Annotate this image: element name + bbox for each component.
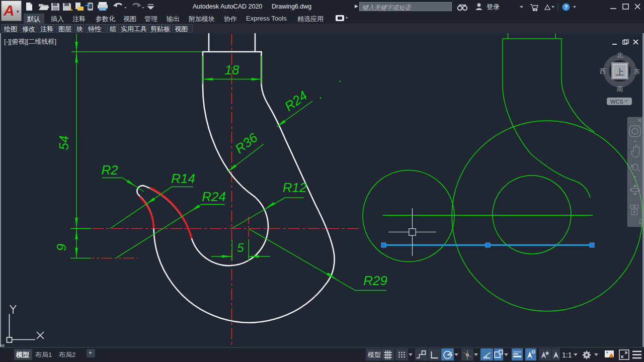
svg-text:模型: 模型 (367, 351, 381, 358)
svg-text:?: ? (565, 4, 568, 10)
svg-text:上: 上 (616, 67, 624, 77)
svg-text:9: 9 (54, 244, 69, 251)
svg-text:1:1: 1:1 (562, 351, 572, 359)
svg-text:西: 西 (600, 68, 606, 75)
svg-text:R2: R2 (101, 162, 118, 177)
svg-text:18: 18 (225, 62, 239, 77)
svg-text:南: 南 (617, 85, 623, 93)
svg-text:R24: R24 (202, 189, 226, 204)
svg-text:R24: R24 (282, 88, 310, 114)
svg-text:东: 东 (634, 68, 640, 75)
svg-text:R36: R36 (232, 130, 261, 156)
svg-text:R12: R12 (283, 180, 307, 195)
svg-text:R29: R29 (363, 273, 387, 288)
svg-text:WCS: WCS (610, 99, 623, 105)
svg-text:54: 54 (56, 136, 71, 150)
svg-text:R14: R14 (171, 171, 195, 186)
svg-text:5: 5 (237, 241, 244, 254)
svg-text:北: 北 (617, 52, 623, 59)
svg-text:登录: 登录 (487, 3, 500, 11)
